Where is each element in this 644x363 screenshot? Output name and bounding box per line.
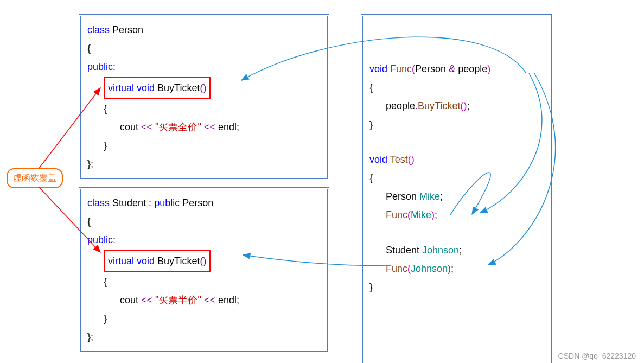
test-line-3: Person Mike; [369,187,543,206]
watermark: CSDN @qq_62223120 [558,352,636,360]
code-box-func: void Func(Person & people) { people.BuyT… [361,14,552,363]
student-line-1: class Student : public Person [87,194,321,212]
test-line-4: Func(Mike); [369,206,543,224]
person-line-6: cout << "买票全价" << endl; [87,118,321,136]
code-box-student: class Student : public Person { public: … [79,187,329,353]
func-line-2: { [369,78,543,97]
func-line-4: } [369,116,543,134]
student-line-6: cout << "买票半价" << endl; [87,291,321,309]
student-line-8: }; [87,328,321,346]
person-line-8: }; [87,155,321,173]
person-line-3: public: [87,58,321,76]
code-box-person: class Person { public: virtual void BuyT… [79,14,329,180]
person-line-5: { [87,99,321,118]
person-line-2: { [87,39,321,58]
callout-virtual-override: 虚函数覆盖 [7,168,63,188]
person-virtual-box: virtual void BuyTicket() [104,77,211,99]
test-line-5: Student Johnson; [369,241,543,259]
callout-label: 虚函数覆盖 [13,173,56,182]
student-line-5: { [87,272,321,291]
student-virtual-box: virtual void BuyTicket() [104,250,211,272]
test-line-1: void Test() [369,150,543,169]
student-line-7: } [87,309,321,328]
student-line-4: virtual void BuyTicket() [87,250,321,272]
student-line-2: { [87,212,321,231]
func-line-3: people.BuyTicket(); [369,97,543,115]
test-line-2: { [369,169,543,187]
student-line-3: public: [87,231,321,249]
test-line-6: Func(Johnson); [369,259,543,278]
person-line-1: class Person [87,21,321,39]
func-line-1: void Func(Person & people) [369,60,543,78]
test-line-7: } [369,278,543,296]
person-line-4: virtual void BuyTicket() [87,77,321,99]
person-line-7: } [87,136,321,155]
